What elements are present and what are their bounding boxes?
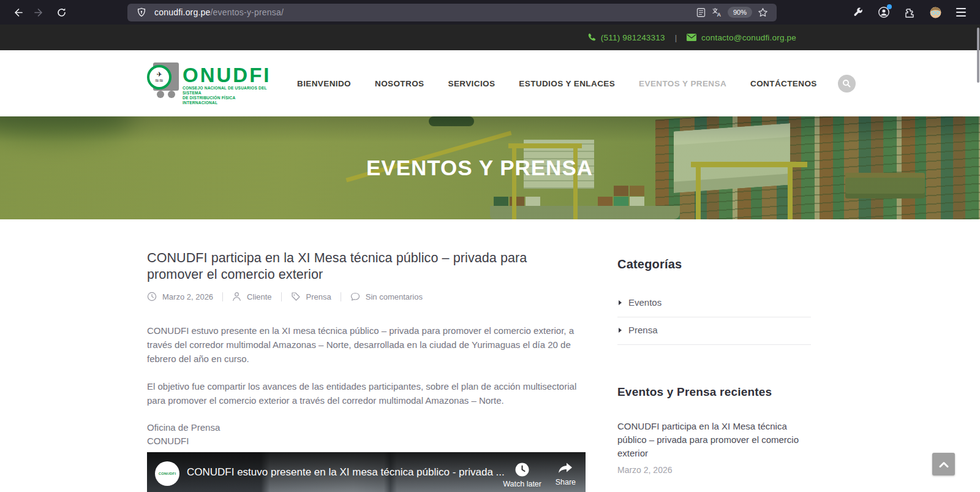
tag-icon (291, 292, 301, 301)
search-icon (842, 79, 851, 88)
nav-item-estudios-y-enlaces[interactable]: ESTUDIOS Y ENLACES (519, 79, 615, 88)
reload-button[interactable] (52, 3, 70, 21)
chevron-up-icon (939, 461, 949, 467)
meta-separator (341, 292, 341, 301)
youtube-embed[interactable]: CONUDFI CONUDFI estuvo presente en la XI… (147, 452, 586, 492)
article-body: CONUDFI estuvo presente en la XI mesa té… (147, 324, 586, 407)
watch-later-clock-icon (514, 462, 530, 477)
categories-list: Eventos Prensa (617, 290, 811, 345)
category-item-prensa[interactable]: Prensa (617, 317, 811, 345)
contact-separator: | (675, 33, 677, 42)
phone-link[interactable]: (511) 981243313 (587, 33, 665, 42)
back-button[interactable] (8, 3, 26, 21)
sidebar: Categorías Eventos Prensa Eventos y Pren… (617, 219, 811, 475)
article-paragraph: El objetivo fue compartir los avances de… (147, 379, 586, 407)
triangle-bullet-icon (619, 328, 622, 333)
phone-icon (587, 33, 596, 42)
signature-office: Oficina de Prensa (147, 421, 586, 434)
categories-heading: Categorías (617, 257, 811, 271)
svg-text:A: A (717, 12, 722, 18)
translate-icon[interactable]: A (709, 4, 725, 20)
back-to-top-button[interactable] (932, 453, 955, 475)
notification-dot (887, 4, 892, 9)
email-link[interactable]: contacto@conudfi.org.pe (687, 33, 796, 42)
share-arrow-icon (557, 462, 573, 475)
shield-icon (134, 4, 149, 20)
site-logo[interactable]: ✈≈≈ ONUDFI CONSEJO NACIONAL DE USUARIOS … (147, 61, 257, 105)
meta-author[interactable]: Cliente (232, 292, 271, 301)
page-title: EVENTOS Y PRENSA (0, 116, 959, 219)
scrollbar-thumb[interactable] (977, 28, 979, 83)
email-address: contacto@conudfi.org.pe (701, 33, 796, 42)
nav-item-bienvenido[interactable]: BIENVENIDO (297, 79, 351, 88)
url-host: conudfi.org.pe (154, 7, 211, 17)
url-text: conudfi.org.pe/eventos-y-prensa/ (154, 7, 284, 17)
clock-icon (147, 292, 157, 301)
meta-separator (222, 292, 223, 301)
account-icon[interactable] (875, 3, 893, 21)
logo-tagline-2: DE DISTRIBUCIÓN FÍSICA INTERNACIONAL (183, 96, 271, 105)
article: CONUDFI participa en la XI Mesa técnica … (147, 219, 586, 492)
site-header: ✈≈≈ ONUDFI CONSEJO NACIONAL DE USUARIOS … (0, 50, 980, 116)
logo-tagline-1: CONSEJO NACIONAL DE USUARIOS DEL SISTEMA (183, 86, 271, 96)
recent-posts-heading: Eventos y Prensa recientes (617, 385, 811, 399)
menu-hamburger-icon[interactable] (952, 3, 970, 21)
forward-button[interactable] (30, 3, 48, 21)
browser-toolbar: conudfi.org.pe/eventos-y-prensa/ A 90% (0, 0, 980, 25)
logo-wordmark: ONUDFI (183, 65, 271, 86)
nav-item-eventos-y-prensa[interactable]: EVENTOS Y PRENSA (639, 79, 726, 88)
phone-number: (511) 981243313 (601, 33, 665, 42)
logo-container-icon: ✈≈≈ (147, 61, 181, 98)
article-title: CONUDFI participa en la XI Mesa técnica … (147, 250, 570, 283)
main-nav: BIENVENIDO NOSOTROS SERVICIOS ESTUDIOS Y… (297, 79, 817, 88)
channel-avatar[interactable]: CONUDFI (155, 461, 179, 486)
article-meta: Marzo 2, 2026 Cliente Prensa Sin comenta… (147, 292, 586, 301)
url-path: /eventos-y-prensa/ (211, 7, 284, 17)
wrench-tool-icon[interactable] (849, 3, 867, 21)
video-title-link[interactable]: CONUDFI estuvo presente en la XI mesa té… (187, 466, 505, 479)
share-button[interactable]: Share (556, 462, 576, 486)
meta-separator (281, 292, 282, 301)
category-item-eventos[interactable]: Eventos (617, 290, 811, 317)
watch-later-button[interactable]: Watch later (503, 462, 541, 488)
search-button[interactable] (838, 75, 856, 93)
triangle-bullet-icon (619, 300, 622, 305)
nav-item-servicios[interactable]: SERVICIOS (448, 79, 495, 88)
site-contact-bar: (511) 981243313 | contacto@conudfi.org.p… (0, 25, 980, 50)
bookmark-star-icon[interactable] (755, 4, 771, 20)
profile-avatar-icon[interactable] (926, 3, 944, 21)
meta-comments[interactable]: Sin comentarios (350, 292, 423, 301)
extensions-puzzle-icon[interactable] (900, 3, 919, 21)
article-paragraph: CONUDFI estuvo presente en la XI mesa té… (147, 324, 586, 366)
signature-org: CONUDFI (147, 434, 586, 448)
url-bar[interactable]: conudfi.org.pe/eventos-y-prensa/ A 90% (127, 4, 777, 21)
envelope-icon (687, 34, 696, 41)
zoom-level-badge[interactable]: 90% (728, 7, 752, 18)
browser-window: conudfi.org.pe/eventos-y-prensa/ A 90% (0, 0, 980, 492)
meta-tag[interactable]: Prensa (291, 292, 331, 301)
comment-icon (350, 292, 360, 301)
person-icon (232, 292, 241, 301)
nav-item-contactenos[interactable]: CONTÁCTENOS (750, 79, 817, 88)
recent-post-link[interactable]: CONUDFI participa en la XI Mesa técnica … (617, 420, 811, 460)
reader-mode-icon[interactable] (693, 4, 709, 20)
hero-banner-image: EVENTOS Y PRENSA (0, 116, 980, 219)
recent-post-date: Marzo 2, 2026 (617, 465, 811, 475)
nav-item-nosotros[interactable]: NOSOTROS (375, 79, 424, 88)
meta-date: Marzo 2, 2026 (147, 292, 213, 301)
recent-post: CONUDFI participa en la XI Mesa técnica … (617, 420, 811, 475)
